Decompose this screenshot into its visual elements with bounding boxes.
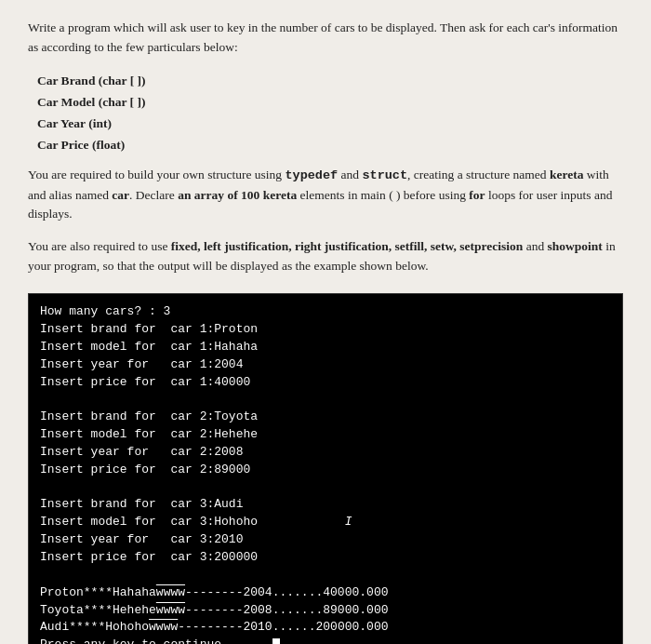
terminal-line-1: How many cars? : 3 Insert brand for car … <box>40 304 389 644</box>
list-item: Car Price (float) <box>37 135 623 156</box>
paragraph2-block: You are required to build your own struc… <box>28 166 623 225</box>
cursor-i: I <box>345 515 352 529</box>
list-item: Car Model (char [ ]) <box>37 92 623 114</box>
paragraph3-block: You are also required to use fixed, left… <box>28 237 623 276</box>
intro-paragraph: Write a program which will ask user to k… <box>28 19 623 58</box>
list-item: Car Year (int) <box>37 114 623 135</box>
terminal-block: How many cars? : 3 Insert brand for car … <box>28 293 623 644</box>
paragraph2-text: You are required to build your own struc… <box>28 166 623 225</box>
paragraph3-text: You are also required to use fixed, left… <box>28 237 623 276</box>
intro-text: Write a program which will ask user to k… <box>28 19 623 58</box>
terminal-cursor <box>272 638 280 644</box>
car-fields-list: Car Brand (char [ ]) Car Model (char [ ]… <box>37 71 623 156</box>
list-item: Car Brand (char [ ]) <box>37 71 623 92</box>
page-container: Write a program which will ask user to k… <box>28 19 623 644</box>
